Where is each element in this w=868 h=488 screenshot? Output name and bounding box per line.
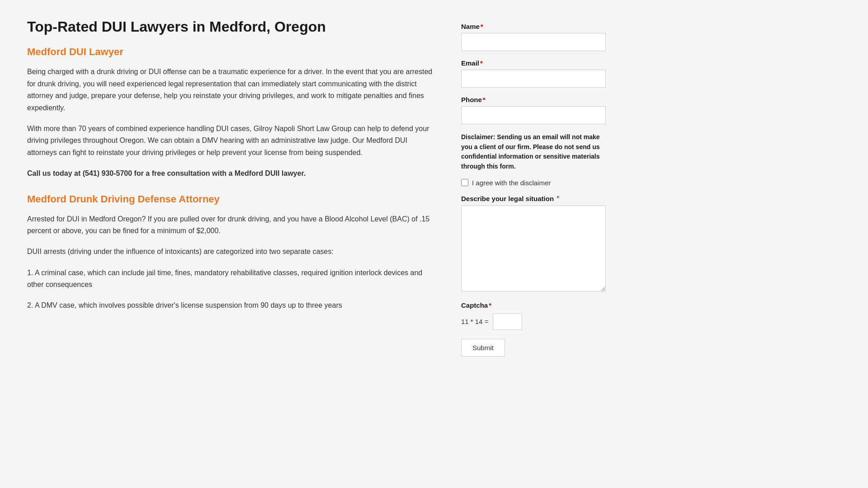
section-2-paragraph-2: DUII arrests (driving under the influenc… xyxy=(27,246,434,258)
section-1: Medford DUI Lawyer Being charged with a … xyxy=(27,46,434,179)
section-2-list-item-1: 1. A criminal case, which can include ja… xyxy=(27,267,434,291)
section-1-paragraph-1: Being charged with a drunk driving or DU… xyxy=(27,66,434,114)
phone-field-group: Phone* xyxy=(461,96,606,124)
legal-situation-group: Describe your legal situation * xyxy=(461,195,606,293)
phone-label: Phone* xyxy=(461,96,606,103)
section-2-paragraph-1: Arrested for DUI in Medford Oregon? If y… xyxy=(27,213,434,237)
section-1-callout: Call us today at (541) 930-5700 for a fr… xyxy=(27,168,434,179)
disclaimer-checkbox-row: I agree with the disclaimer xyxy=(461,179,606,187)
name-required-star: * xyxy=(481,23,483,30)
captcha-input[interactable] xyxy=(493,314,522,330)
describe-label: Describe your legal situation xyxy=(461,195,554,202)
captcha-required-star: * xyxy=(489,301,491,309)
phone-required-star: * xyxy=(483,96,486,103)
section-2: Medford Drunk Driving Defense Attorney A… xyxy=(27,193,434,312)
email-field-group: Email* xyxy=(461,59,606,88)
name-field-group: Name* xyxy=(461,23,606,51)
legal-situation-textarea[interactable] xyxy=(461,206,606,291)
page-wrapper: Top-Rated DUI Lawyers in Medford, Oregon… xyxy=(0,0,868,488)
captcha-row: 11 * 14 = xyxy=(461,314,606,330)
email-label: Email* xyxy=(461,59,606,67)
section-1-heading: Medford DUI Lawyer xyxy=(27,46,434,58)
page-title: Top-Rated DUI Lawyers in Medford, Oregon xyxy=(27,18,434,35)
email-required-star: * xyxy=(480,59,483,67)
captcha-label: Captcha* xyxy=(461,301,606,309)
submit-button[interactable]: Submit xyxy=(461,339,505,357)
email-input[interactable] xyxy=(461,70,606,88)
disclaimer-checkbox-label: I agree with the disclaimer xyxy=(472,179,551,187)
name-input[interactable] xyxy=(461,33,606,51)
captcha-equation: 11 * 14 = xyxy=(461,318,488,325)
captcha-group: Captcha* 11 * 14 = xyxy=(461,301,606,330)
describe-label-row: Describe your legal situation * xyxy=(461,195,606,203)
main-content: Top-Rated DUI Lawyers in Medford, Oregon… xyxy=(27,18,434,470)
section-2-list-item-2: 2. A DMV case, which involves possible d… xyxy=(27,300,434,311)
disclaimer-checkbox[interactable] xyxy=(461,179,468,186)
section-1-paragraph-2: With more than 70 years of combined expe… xyxy=(27,123,434,159)
name-label: Name* xyxy=(461,23,606,30)
phone-input[interactable] xyxy=(461,106,606,124)
disclaimer-text: Disclaimer: Sending us an email will not… xyxy=(461,132,606,172)
section-2-heading: Medford Drunk Driving Defense Attorney xyxy=(27,193,434,205)
contact-form-sidebar: Name* Email* Phone* Disclaimer: Sending … xyxy=(461,18,606,470)
describe-required-star: * xyxy=(557,195,559,203)
